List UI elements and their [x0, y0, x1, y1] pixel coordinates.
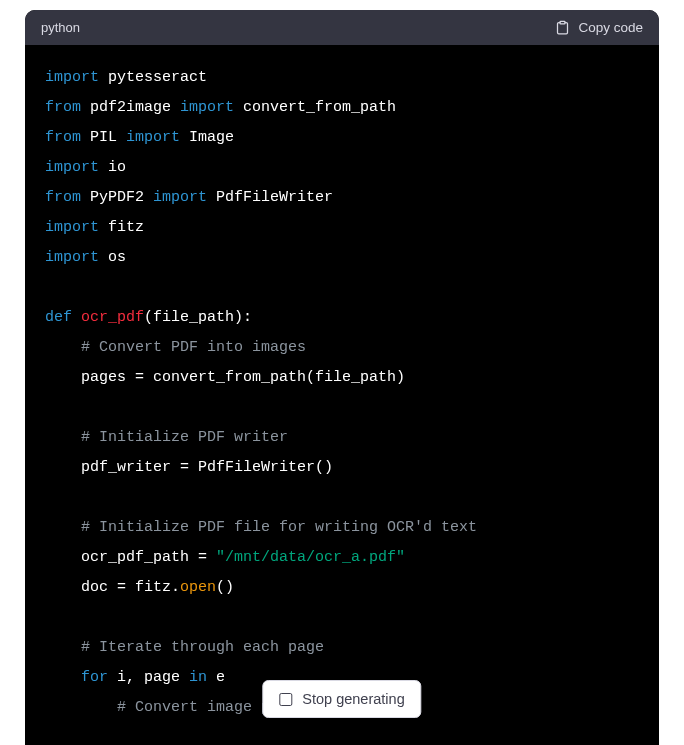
- code-line: pdf_writer = PdfFileWriter(): [45, 453, 639, 483]
- code-line: doc = fitz.open(): [45, 573, 639, 603]
- code-line: [45, 603, 639, 633]
- copy-code-label: Copy code: [578, 20, 643, 35]
- code-line: import fitz: [45, 213, 639, 243]
- code-line: from pdf2image import convert_from_path: [45, 93, 639, 123]
- code-line: import os: [45, 243, 639, 273]
- code-line: from PyPDF2 import PdfFileWriter: [45, 183, 639, 213]
- code-line: # Initialize PDF file for writing OCR'd …: [45, 513, 639, 543]
- code-header: python Copy code: [25, 10, 659, 45]
- code-line: pages = convert_from_path(file_path): [45, 363, 639, 393]
- code-block: python Copy code import pytesseractfrom …: [25, 10, 659, 745]
- code-line: # Convert PDF into images: [45, 333, 639, 363]
- code-line: ocr_pdf_path = "/mnt/data/ocr_a.pdf": [45, 543, 639, 573]
- code-line: [45, 273, 639, 303]
- copy-code-button[interactable]: Copy code: [555, 20, 643, 35]
- code-line: # Iterate through each page: [45, 633, 639, 663]
- svg-rect-0: [560, 21, 565, 24]
- stop-icon: [279, 693, 292, 706]
- stop-generating-button[interactable]: Stop generating: [262, 680, 421, 718]
- stop-generating-label: Stop generating: [302, 691, 404, 707]
- language-label: python: [41, 20, 80, 35]
- code-line: from PIL import Image: [45, 123, 639, 153]
- code-line: [45, 393, 639, 423]
- code-line: import pytesseract: [45, 63, 639, 93]
- code-body[interactable]: import pytesseractfrom pdf2image import …: [25, 45, 659, 745]
- code-line: import io: [45, 153, 639, 183]
- code-line: [45, 483, 639, 513]
- code-line: def ocr_pdf(file_path):: [45, 303, 639, 333]
- code-line: # Initialize PDF writer: [45, 423, 639, 453]
- clipboard-icon: [555, 20, 570, 35]
